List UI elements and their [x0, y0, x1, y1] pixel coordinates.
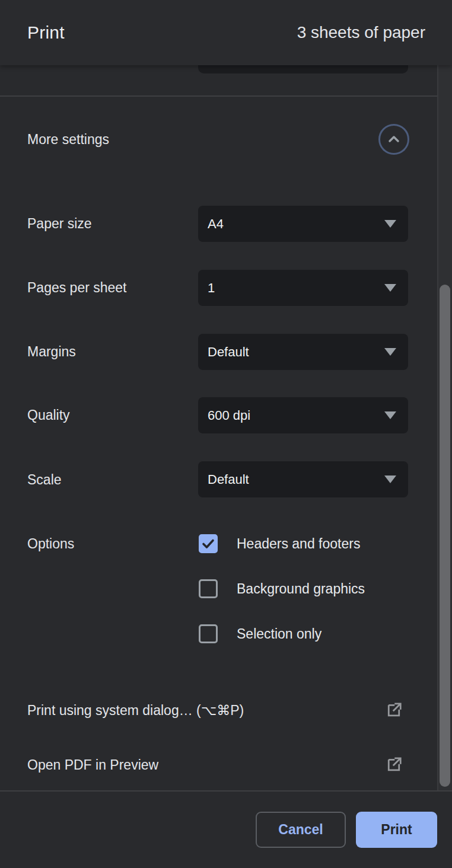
- paper-size-label: Paper size: [27, 216, 187, 232]
- pages-per-sheet-label: Pages per sheet: [27, 280, 187, 296]
- paper-size-value: A4: [208, 216, 224, 232]
- background-graphics-checkbox[interactable]: [199, 579, 218, 598]
- dropdown-arrow-icon: [384, 284, 396, 292]
- options-label: Options: [27, 536, 187, 552]
- chevron-up-icon: [386, 131, 402, 148]
- cancel-button[interactable]: Cancel: [256, 812, 346, 848]
- quality-value: 600 dpi: [208, 408, 250, 423]
- margins-value: Default: [208, 344, 249, 360]
- pages-per-sheet-select[interactable]: 1: [198, 270, 408, 306]
- dialog-header: Print 3 sheets of paper: [0, 0, 452, 65]
- open-pdf-preview-link-label: Open PDF in Preview: [27, 746, 158, 784]
- scrollbar-thumb[interactable]: [440, 285, 450, 787]
- partially-scrolled-control[interactable]: [198, 64, 408, 74]
- headers-footers-label[interactable]: Headers and footers: [237, 536, 360, 552]
- headers-footers-option: Headers and footers: [199, 534, 360, 553]
- dropdown-arrow-icon: [384, 411, 396, 419]
- open-pdf-preview-link[interactable]: Open PDF in Preview: [0, 746, 437, 784]
- quality-select[interactable]: 600 dpi: [198, 397, 408, 433]
- dropdown-arrow-icon: [384, 476, 396, 483]
- more-settings-label: More settings: [27, 132, 109, 148]
- checkmark-icon: [201, 537, 215, 551]
- dialog-title: Print: [27, 0, 65, 65]
- system-dialog-link[interactable]: Print using system dialog… (⌥⌘P): [0, 691, 437, 729]
- selection-only-checkbox[interactable]: [199, 624, 218, 643]
- sheet-count-label: 3 sheets of paper: [297, 0, 425, 65]
- collapse-more-settings-button[interactable]: [378, 124, 409, 155]
- scale-label: Scale: [27, 472, 187, 488]
- scale-select[interactable]: Default: [198, 461, 408, 497]
- dialog-footer: Cancel Print: [0, 792, 452, 868]
- quality-label: Quality: [27, 407, 187, 423]
- scale-value: Default: [208, 472, 249, 487]
- headers-footers-checkbox[interactable]: [199, 534, 218, 553]
- system-dialog-link-label: Print using system dialog… (⌥⌘P): [27, 691, 244, 729]
- margins-label: Margins: [27, 344, 187, 360]
- paper-size-select[interactable]: A4: [198, 206, 408, 242]
- margins-select[interactable]: Default: [198, 334, 408, 370]
- background-graphics-option: Background graphics: [199, 579, 365, 598]
- dropdown-arrow-icon: [384, 220, 396, 228]
- section-divider: [0, 95, 437, 97]
- open-in-new-icon: [385, 701, 403, 719]
- open-in-new-icon: [385, 756, 403, 774]
- print-button[interactable]: Print: [356, 812, 437, 848]
- selection-only-label[interactable]: Selection only: [237, 626, 322, 642]
- print-dialog: Print 3 sheets of paper More settings Pa…: [0, 0, 452, 868]
- pages-per-sheet-value: 1: [208, 280, 215, 296]
- background-graphics-label[interactable]: Background graphics: [237, 581, 365, 597]
- selection-only-option: Selection only: [199, 624, 322, 643]
- dropdown-arrow-icon: [384, 348, 396, 356]
